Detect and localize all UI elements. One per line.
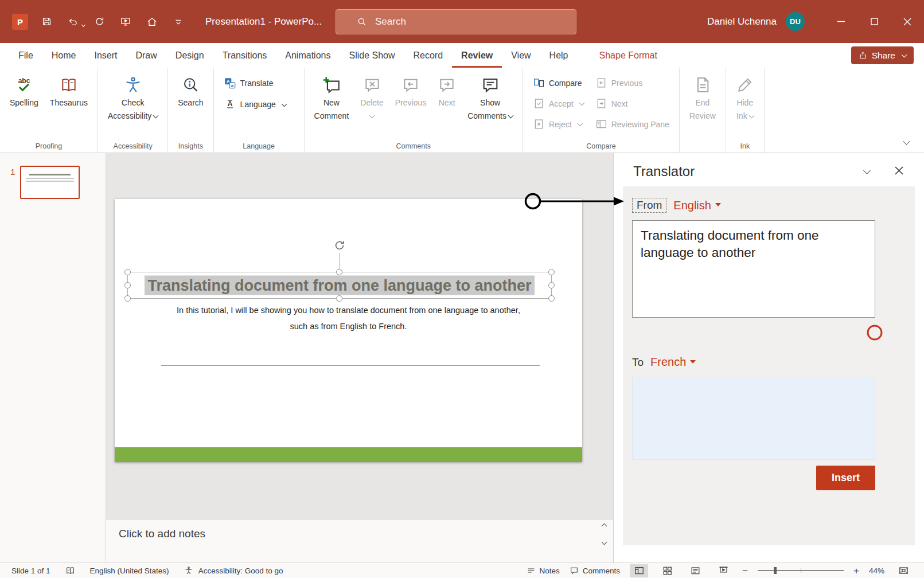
slide-indicator[interactable]: Slide 1 of 1 — [11, 567, 50, 575]
slide-thumbnail[interactable] — [20, 166, 80, 199]
group-label-insights: Insights — [168, 142, 213, 150]
collapse-ribbon-chevron-icon — [903, 138, 910, 145]
search-box[interactable]: Search — [336, 9, 576, 34]
hide-ink-chevron-icon — [748, 113, 754, 119]
spelling-button[interactable]: abc Spelling — [6, 71, 42, 108]
undo-dropdown-chevron-icon — [81, 22, 85, 26]
spell-check-status-icon[interactable] — [65, 566, 75, 576]
tab-draw[interactable]: Draw — [126, 43, 166, 68]
accept-icon — [533, 97, 545, 110]
language-button[interactable]: A Language — [220, 96, 298, 113]
ribbon-group-proofing: abc Spelling Thesaurus Proofing — [0, 68, 98, 153]
minimize-button[interactable] — [824, 0, 857, 43]
slide-canvas: Translating document from one language t… — [106, 153, 613, 519]
notes-scrollbar[interactable] — [599, 522, 609, 546]
save-button[interactable] — [34, 9, 59, 34]
share-button[interactable]: Share — [851, 46, 914, 64]
translate-button[interactable]: Aa Translate — [220, 75, 298, 92]
zoom-in-button[interactable]: + — [853, 566, 859, 576]
insert-button[interactable]: Insert — [816, 466, 875, 490]
close-button[interactable] — [891, 0, 924, 43]
pane-close-button[interactable] — [895, 166, 903, 177]
accept-button: Accept — [529, 95, 588, 112]
view-normal-button[interactable] — [630, 564, 648, 577]
scroll-down-icon[interactable] — [599, 538, 609, 546]
from-language-dropdown[interactable]: English — [673, 199, 721, 212]
thesaurus-button[interactable]: Thesaurus — [46, 71, 92, 108]
svg-text:A: A — [227, 100, 232, 108]
tab-home[interactable]: Home — [42, 43, 85, 68]
maximize-button[interactable] — [857, 0, 891, 43]
accessibility-status[interactable]: Accessibility: Good to go — [184, 566, 283, 575]
ribbon-group-ink: Hide Ink Ink — [726, 68, 765, 153]
check-accessibility-button[interactable]: Check Accessibility — [104, 71, 162, 121]
slide-title[interactable]: Translating document from one language t… — [128, 276, 551, 294]
delete-comment-button: Delete — [356, 71, 387, 121]
comments-button[interactable]: Comments — [570, 566, 620, 575]
undo-button[interactable] — [61, 9, 85, 34]
tab-animations[interactable]: Animations — [276, 43, 340, 68]
reject-button: Reject — [529, 116, 588, 132]
target-text-box — [632, 377, 875, 460]
search-icon — [357, 17, 367, 27]
tab-review[interactable]: Review — [452, 43, 502, 68]
slide-editor: Translating document from one language t… — [106, 153, 613, 563]
next-change-button: Next — [591, 95, 673, 112]
rotate-handle[interactable] — [333, 239, 346, 254]
tab-view[interactable]: View — [502, 43, 540, 68]
user-name[interactable]: Daniel Uchenna — [707, 16, 777, 28]
to-language-dropdown[interactable]: French — [650, 356, 696, 369]
search-insights-button[interactable]: Search — [174, 71, 207, 108]
avatar[interactable]: DU — [786, 12, 805, 31]
slide[interactable]: Translating document from one language t… — [115, 199, 582, 462]
tab-help[interactable]: Help — [540, 43, 578, 68]
zoom-slider-thumb[interactable] — [774, 567, 777, 574]
resize-handle-bottom-middle[interactable] — [336, 295, 342, 302]
language-status[interactable]: English (United States) — [90, 567, 169, 575]
zoom-level[interactable]: 44% — [869, 567, 884, 575]
collapse-ribbon-button[interactable] — [902, 138, 909, 147]
powerpoint-logo-icon[interactable]: P — [8, 9, 32, 34]
resize-handle-top-right[interactable] — [548, 269, 555, 275]
resize-handle-bottom-right[interactable] — [548, 295, 555, 302]
thumbnail-text-line — [26, 178, 74, 179]
tab-slide-show[interactable]: Slide Show — [340, 43, 404, 68]
view-slideshow-button[interactable] — [714, 564, 732, 577]
tab-design[interactable]: Design — [166, 43, 213, 68]
compare-button[interactable]: Compare — [529, 75, 588, 91]
home-button[interactable] — [140, 9, 164, 34]
search-placeholder: Search — [375, 16, 406, 28]
scroll-up-icon[interactable] — [599, 522, 609, 530]
notes-placeholder: Click to add notes — [119, 528, 205, 540]
tab-shape-format[interactable]: Shape Format — [590, 43, 666, 68]
view-reading-button[interactable] — [686, 564, 704, 577]
view-slide-sorter-button[interactable] — [658, 564, 676, 577]
previous-change-button: Previous — [591, 75, 673, 91]
tab-record[interactable]: Record — [404, 43, 453, 68]
zoom-slider[interactable] — [758, 570, 844, 571]
show-comments-button[interactable]: Show Comments — [463, 71, 517, 121]
tab-insert[interactable]: Insert — [85, 43, 126, 68]
delete-comment-chevron-icon — [369, 113, 375, 119]
source-text-box[interactable]: Translating document from one language t… — [632, 220, 875, 318]
tab-transitions[interactable]: Transitions — [213, 43, 276, 68]
redo-button[interactable] — [87, 9, 111, 34]
new-comment-button[interactable]: New Comment — [310, 71, 353, 121]
title-textbox[interactable]: Translating document from one language t… — [127, 272, 552, 299]
zoom-out-button[interactable]: − — [742, 566, 748, 576]
pane-collapse-chevron-icon — [863, 167, 871, 174]
previous-comment-button: Previous — [391, 71, 430, 108]
notes-button[interactable]: Notes — [527, 566, 560, 575]
tab-file[interactable]: File — [9, 43, 42, 68]
start-slideshow-button[interactable] — [114, 9, 138, 34]
notes-area[interactable]: Click to add notes — [106, 519, 613, 563]
resize-handle-top-left[interactable] — [124, 269, 131, 275]
pane-collapse-button[interactable] — [862, 167, 870, 176]
fit-slide-to-window-button[interactable] — [894, 564, 913, 577]
share-dropdown-chevron-icon — [902, 52, 907, 58]
quick-access-toolbar-button[interactable] — [166, 9, 190, 34]
group-label-ink: Ink — [726, 142, 764, 150]
slide-body-text[interactable]: In this tutorial, I will be showing you … — [115, 302, 582, 334]
resize-handle-bottom-left[interactable] — [124, 295, 131, 302]
resize-handle-top-middle[interactable] — [336, 269, 342, 275]
